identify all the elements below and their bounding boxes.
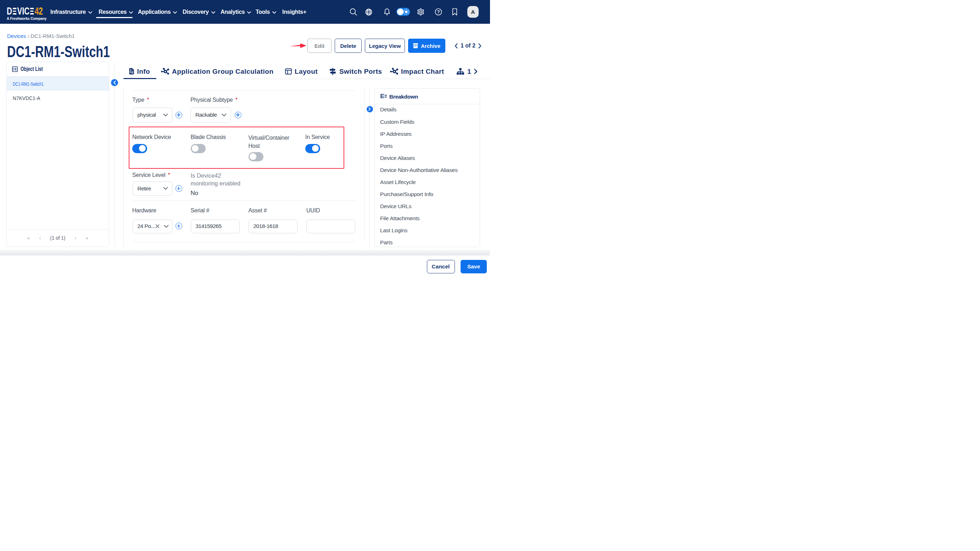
svg-text:?: ? — [437, 10, 440, 14]
